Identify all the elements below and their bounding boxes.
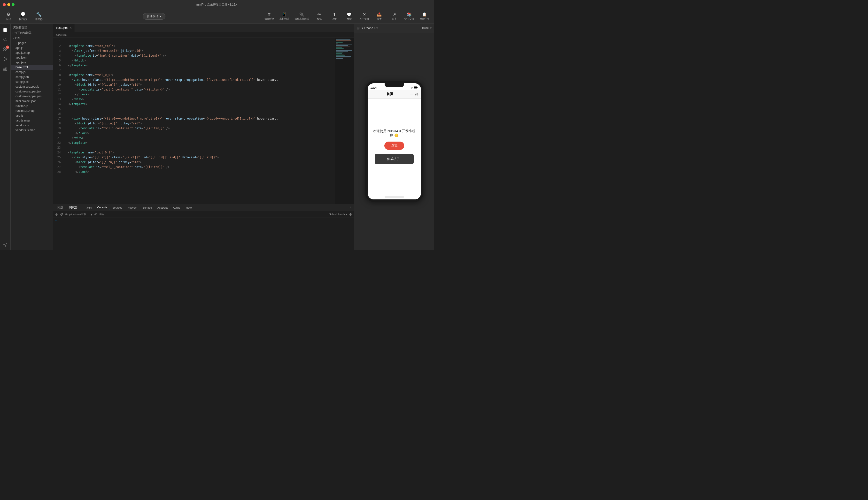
devtools-tab-storage[interactable]: Storage <box>140 205 155 210</box>
preview-toolbar-icon1[interactable]: ⊞ <box>357 26 360 30</box>
devtools-tab-console[interactable]: Console <box>95 205 110 210</box>
code-line-12: </block> <box>65 92 335 97</box>
debugger-button[interactable]: 🔧 调试器 <box>31 11 46 22</box>
toolbar-center: 普通编译 ▾ <box>46 13 262 20</box>
file-app-json[interactable]: app.json <box>11 55 53 60</box>
code-line-17: <view hover-class="{{i.p1===undefined?'n… <box>65 116 335 121</box>
activity-search[interactable] <box>1 35 10 44</box>
bottom-panel-actions[interactable]: ⋮ <box>348 205 354 210</box>
file-comp-json[interactable]: comp.json <box>11 75 53 79</box>
file-comp-js[interactable]: comp.js <box>11 70 53 75</box>
file-custom-wrapper-jxml[interactable]: custom-wrapper.jxml <box>11 94 53 99</box>
file-vendors-js-map[interactable]: vendors.js.map <box>11 128 53 133</box>
devtools-tab-appdata[interactable]: AppData <box>155 205 170 210</box>
devtools-tab-sources[interactable]: Sources <box>110 205 124 210</box>
feedback-label: 反馈 <box>347 17 352 21</box>
phone-status-right <box>410 86 418 89</box>
dist-section[interactable]: ∨ DIST <box>11 36 53 41</box>
code-line-18: <block jd:for="{{i.cn}}" jd:key="sid"> <box>65 121 335 126</box>
feedback-icon: 💬 <box>347 12 352 17</box>
bottom-panel: 问题 调试器 Jxml Console Sources Network Stor… <box>53 204 354 250</box>
devtools-tabs: Jxml Console Sources Network Storage App… <box>82 205 348 210</box>
clear-cache-button[interactable]: 🗑 清除缓存 <box>262 11 277 22</box>
preview-icon: 👁 <box>317 12 321 17</box>
compile-button[interactable]: ⚙ 编译 <box>2 11 14 22</box>
file-comp-jxml[interactable]: comp.jxml <box>11 79 53 84</box>
learn-button[interactable]: 📚 学习交流 <box>402 11 416 22</box>
maximize-button[interactable] <box>12 3 14 6</box>
file-app-js-map[interactable]: app.js.map <box>11 50 53 55</box>
minimize-button[interactable] <box>7 3 10 6</box>
debugger-label: 调试器 <box>35 18 43 21</box>
preview-button[interactable]: 👁 预览 <box>312 11 326 22</box>
translate-select[interactable]: 普通编译 ▾ <box>143 13 165 20</box>
phone-nav-circle-icon[interactable]: ◎ <box>415 92 419 96</box>
phone-nav-dots-icon[interactable]: ··· <box>410 92 413 96</box>
zoom-chevron-icon: ▾ <box>430 26 432 30</box>
file-custom-wrapper-json[interactable]: custom-wrapper.json <box>11 89 53 94</box>
sidebar-header: 资源管理器 <box>11 24 53 30</box>
editor-area: base.jxml × base.jxml 12345 678910 11121… <box>53 24 354 250</box>
real-debug-button[interactable]: 📱 真机调试 <box>277 11 292 22</box>
code-editor[interactable]: 12345 678910 1112131415 1617181920 21222… <box>53 38 354 204</box>
console-level-select[interactable]: Default levels ▾ <box>329 213 347 216</box>
device-select[interactable]: ▾ iPhone 6 ▾ <box>361 26 378 30</box>
tab-problems[interactable]: 问题 <box>55 205 66 211</box>
tab-close-icon[interactable]: × <box>70 26 72 30</box>
devtools-tab-audits[interactable]: Audits <box>170 205 183 210</box>
share-param-button[interactable]: 📤 传参 <box>372 11 387 22</box>
file-runtime-js[interactable]: runtime.js <box>11 104 53 109</box>
console-toolbar-icon2[interactable]: ⏱ <box>60 213 63 216</box>
activity-files[interactable] <box>1 26 10 34</box>
svg-line-2 <box>6 41 7 42</box>
share-button[interactable]: ↗ 分享 <box>387 11 402 22</box>
activity-run[interactable] <box>1 55 10 64</box>
line-numbers: 12345 678910 1112131415 1617181920 21222… <box>53 38 63 204</box>
console-eye-icon[interactable]: 👁 <box>94 213 98 216</box>
upload-button[interactable]: ⬆ 上传 <box>327 11 342 22</box>
file-mini-project-json[interactable]: mini.project.json <box>11 99 53 104</box>
activity-chart[interactable] <box>1 64 10 73</box>
wire-debug-button[interactable]: 🔌 插线真机调试 <box>292 11 311 22</box>
close-button[interactable] <box>3 3 6 6</box>
console-content[interactable]: > <box>53 218 354 250</box>
breadcrumb: base.jxml <box>53 32 354 38</box>
path-dropdown-icon[interactable]: ▾ <box>91 213 92 216</box>
close-project-button[interactable]: ✕ 关闭项目 <box>357 11 371 22</box>
devtools-tab-network[interactable]: Network <box>125 205 140 210</box>
file-app-js[interactable]: app.js <box>11 45 53 50</box>
activity-bar: 16 <box>0 24 11 250</box>
file-taro-js-map[interactable]: taro.js.map <box>11 118 53 123</box>
dist-label: DIST <box>15 36 22 40</box>
devtools-tab-jxml[interactable]: Jxml <box>84 205 94 210</box>
phone-button-red[interactable]: 点我 <box>385 141 404 150</box>
tab-debugger[interactable]: 调试器 <box>67 205 80 211</box>
console-toolbar-icon1[interactable]: ⊘ <box>55 213 58 216</box>
console-filter-input[interactable] <box>100 213 327 216</box>
console-settings-icon[interactable]: ⚙ <box>349 213 352 216</box>
compile-label: 编译 <box>6 18 11 21</box>
file-app-jxss[interactable]: app.jxss <box>11 60 53 65</box>
feedback-button[interactable]: 💬 反馈 <box>342 11 356 22</box>
code-line-13: </view> <box>65 97 335 102</box>
open-editors-section[interactable]: › 打开的编辑器 <box>11 30 53 36</box>
project-detail-button[interactable]: 📋 项目详情 <box>417 11 432 22</box>
editor-tab-base-jxml[interactable]: base.jxml × <box>53 24 75 32</box>
svg-rect-10 <box>6 67 7 70</box>
problems-label: 问题 <box>57 206 63 209</box>
file-custom-wrapper-js[interactable]: custom-wrapper.js <box>11 84 53 89</box>
file-taro-js[interactable]: taro.js <box>11 113 53 118</box>
real-debug-icon: 📱 <box>282 12 287 17</box>
code-content[interactable]: <template name="taro_tmpl"> <block jd:fo… <box>63 38 335 204</box>
file-base-jxml[interactable]: base.jxml <box>11 65 53 70</box>
file-vendors-js[interactable]: vendors.js <box>11 123 53 128</box>
activity-settings[interactable] <box>1 241 10 250</box>
zoom-select[interactable]: 100% ▾ <box>422 26 432 30</box>
activity-extensions[interactable]: 16 <box>1 45 10 54</box>
devtools-tab-mock[interactable]: Mock <box>183 205 194 210</box>
svg-rect-5 <box>4 49 5 51</box>
simulator-button[interactable]: 💬 模拟器 <box>15 11 30 22</box>
file-runtime-js-map[interactable]: runtime.js.map <box>11 109 53 113</box>
pages-section[interactable]: › pages <box>11 41 53 45</box>
device-chevron-icon: ▾ <box>376 26 378 30</box>
